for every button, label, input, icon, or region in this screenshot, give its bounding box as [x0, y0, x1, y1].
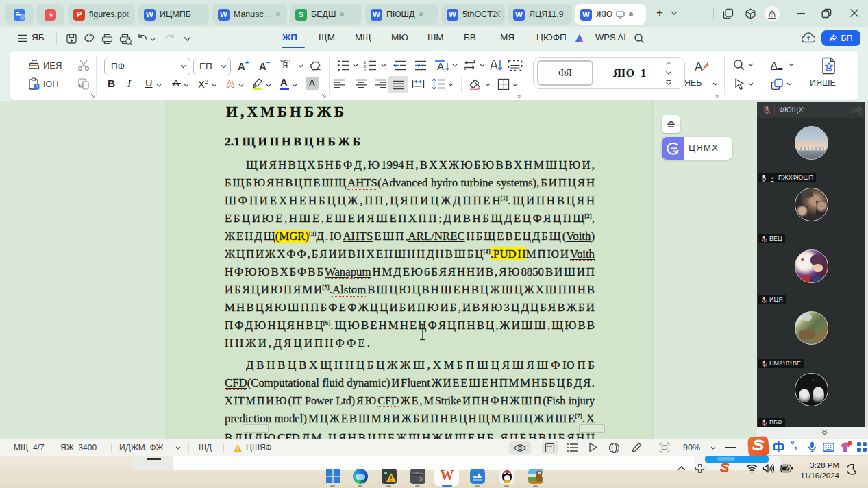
svg-text:A: A	[695, 60, 703, 73]
svg-text:3: 3	[364, 68, 367, 71]
svg-text:0: 0	[36, 84, 38, 89]
